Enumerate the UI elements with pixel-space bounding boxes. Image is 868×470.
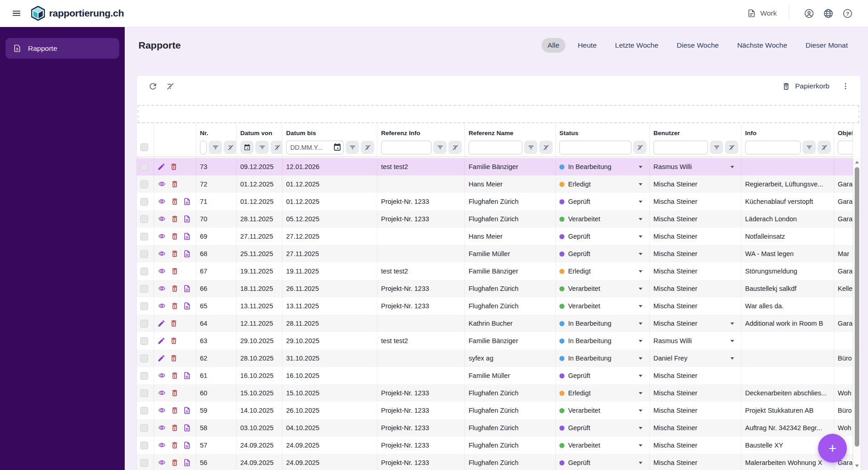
chip-heute[interactable]: Heute <box>572 38 603 53</box>
referenz-info-filter-input[interactable] <box>381 141 431 154</box>
row-checkbox[interactable] <box>140 233 148 240</box>
cell-status[interactable]: Geprüft <box>556 245 650 262</box>
table-row[interactable]: 64 12.11.2025 28.11.2025 Kathrin Bucher … <box>137 315 853 332</box>
add-rapport-fab[interactable]: + <box>818 434 847 463</box>
delete-icon[interactable] <box>170 354 178 362</box>
datum-von-calendar-button[interactable] <box>240 141 254 154</box>
row-checkbox[interactable] <box>140 163 148 171</box>
table-row[interactable]: 61 16.10.2025 16.10.2025 Familie Müller … <box>137 367 853 384</box>
cell-benutzer[interactable]: Mischa Steiner <box>650 454 741 470</box>
cell-status[interactable]: Geprüft <box>556 193 650 210</box>
cell-benutzer[interactable]: Mischa Steiner <box>650 280 741 297</box>
cell-status[interactable]: Verarbeitet <box>556 280 650 297</box>
cell-status[interactable]: Geprüft <box>556 419 650 437</box>
table-row[interactable]: 73 09.12.2025 12.01.2026 test test2 Fami… <box>137 158 853 175</box>
view-icon[interactable] <box>157 232 166 241</box>
row-checkbox[interactable] <box>140 424 148 432</box>
cell-status[interactable]: In Bearbeitung <box>556 315 650 332</box>
referenz-info-filter-off-button[interactable] <box>448 141 462 154</box>
table-row[interactable]: 71 01.12.2025 01.12.2025 Projekt-Nr. 123… <box>137 193 853 210</box>
cell-benutzer[interactable]: Mischa Steiner <box>650 402 741 419</box>
delete-icon[interactable] <box>170 319 178 328</box>
edit-icon[interactable] <box>157 354 166 362</box>
row-checkbox[interactable] <box>140 180 148 188</box>
view-icon[interactable] <box>157 423 166 432</box>
row-checkbox[interactable] <box>140 198 148 206</box>
table-row[interactable]: 60 15.10.2025 15.10.2025 Projekt-Nr. 123… <box>137 384 853 402</box>
table-row[interactable]: 59 14.10.2025 26.10.2025 Projekt-Nr. 123… <box>137 402 853 419</box>
view-icon[interactable] <box>157 458 166 467</box>
view-icon[interactable] <box>157 406 166 415</box>
col-status[interactable]: Status <box>556 124 650 138</box>
table-row[interactable]: 57 24.09.2025 24.09.2025 Projekt-Nr. 123… <box>137 437 853 454</box>
nr-filter-input[interactable] <box>200 141 207 154</box>
cell-benutzer[interactable]: Mischa Steiner <box>650 228 741 245</box>
datum-bis-calendar-button[interactable] <box>333 143 342 153</box>
scroll-up-arrow-icon[interactable] <box>855 161 859 164</box>
scrollbar-thumb[interactable] <box>855 167 859 447</box>
table-row[interactable]: 70 28.11.2025 05.12.2025 Projekt-Nr. 123… <box>137 210 853 228</box>
chip-diese-woche[interactable]: Diese Woche <box>671 38 725 53</box>
cell-benutzer[interactable]: Daniel Frey <box>650 350 741 367</box>
report-document-icon[interactable] <box>183 406 191 415</box>
delete-icon[interactable] <box>171 302 179 310</box>
cell-benutzer[interactable]: Mischa Steiner <box>650 297 741 315</box>
cell-status[interactable]: In Bearbeitung <box>556 350 650 367</box>
table-row[interactable]: 68 25.11.2025 27.11.2025 Familie Müller … <box>137 245 853 262</box>
view-icon[interactable] <box>157 388 166 398</box>
row-checkbox[interactable] <box>140 268 148 275</box>
delete-icon[interactable] <box>171 459 179 467</box>
delete-icon[interactable] <box>171 180 179 188</box>
table-row[interactable]: 67 19.11.2025 19.11.2025 test test2 Fami… <box>137 262 853 280</box>
help-button[interactable]: ? <box>838 4 857 23</box>
table-row[interactable]: 62 28.10.2025 31.10.2025 syfex ag In Bea… <box>137 350 853 367</box>
col-info[interactable]: Info <box>741 124 834 138</box>
table-row[interactable]: 56 24.09.2025 24.09.2025 Projekt-Nr. 123… <box>137 454 853 470</box>
row-checkbox[interactable] <box>140 389 148 397</box>
report-document-icon[interactable] <box>183 424 191 432</box>
row-checkbox[interactable] <box>140 285 148 293</box>
row-checkbox[interactable] <box>140 320 148 328</box>
benutzer-filter-input[interactable] <box>653 141 708 154</box>
status-filter-off-button[interactable] <box>633 141 647 154</box>
account-button[interactable] <box>799 4 818 23</box>
delete-icon[interactable] <box>171 284 179 293</box>
view-icon[interactable] <box>157 180 166 189</box>
table-row[interactable]: 69 27.11.2025 27.12.2025 Hans Meier Gepr… <box>137 228 853 245</box>
cell-status[interactable]: Verarbeitet <box>556 402 650 419</box>
info-filter-input[interactable] <box>745 141 801 154</box>
cell-benutzer[interactable]: Mischa Steiner <box>650 210 741 228</box>
chip-dieser-monat[interactable]: Dieser Monat <box>800 38 854 53</box>
cell-benutzer[interactable]: Mischa Steiner <box>650 384 741 402</box>
sidebar-item-rapporte[interactable]: Rapporte <box>6 38 119 59</box>
report-document-icon[interactable] <box>183 441 191 449</box>
cell-status[interactable]: Geprüft <box>556 367 650 384</box>
delete-icon[interactable] <box>171 372 179 380</box>
cell-status[interactable]: In Bearbeitung <box>556 158 650 175</box>
row-checkbox[interactable] <box>140 302 148 310</box>
report-document-icon[interactable] <box>183 197 191 206</box>
language-button[interactable] <box>818 4 838 23</box>
report-document-icon[interactable] <box>183 250 191 258</box>
cell-status[interactable]: Verarbeitet <box>556 297 650 315</box>
view-icon[interactable] <box>157 267 166 276</box>
chip-alle[interactable]: Alle <box>542 38 565 53</box>
view-icon[interactable] <box>157 284 166 293</box>
datum-bis-filter-button[interactable] <box>346 141 359 154</box>
view-icon[interactable] <box>157 441 166 450</box>
referenz-name-filter-off-button[interactable] <box>539 141 553 154</box>
datum-bis-filter-off-button[interactable] <box>361 141 374 154</box>
view-icon[interactable] <box>157 214 166 224</box>
cell-benutzer[interactable]: Mischa Steiner <box>650 367 741 384</box>
delete-icon[interactable] <box>171 424 179 432</box>
referenz-info-filter-button[interactable] <box>433 141 447 154</box>
report-document-icon[interactable] <box>183 459 191 467</box>
edit-icon[interactable] <box>157 337 166 345</box>
cell-benutzer[interactable]: Mischa Steiner <box>650 315 741 332</box>
delete-icon[interactable] <box>171 250 179 258</box>
cell-status[interactable]: Geprüft <box>556 454 650 470</box>
delete-icon[interactable] <box>171 215 179 223</box>
view-icon[interactable] <box>157 371 166 380</box>
cell-benutzer[interactable]: Mischa Steiner <box>650 437 741 454</box>
datum-von-filter-button[interactable] <box>255 141 269 154</box>
